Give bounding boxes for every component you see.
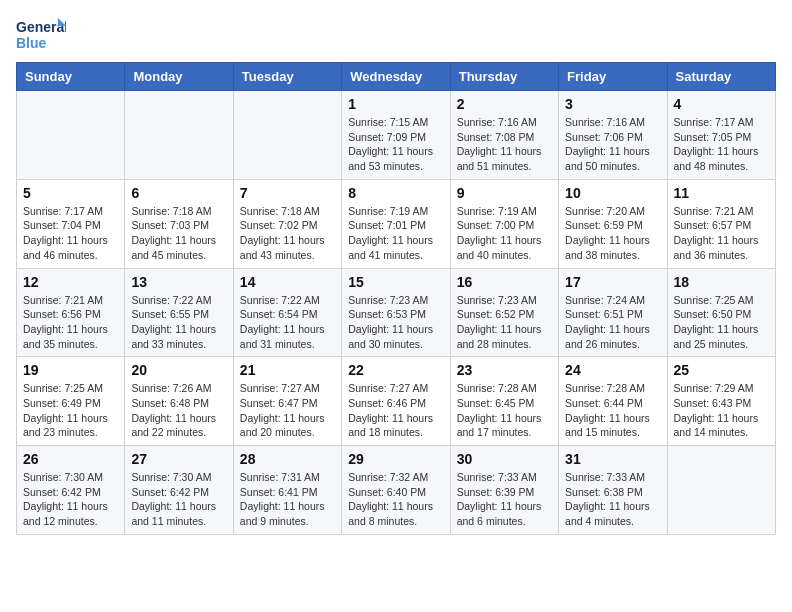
day-info: Sunrise: 7:21 AM Sunset: 6:57 PM Dayligh… [674, 204, 769, 263]
column-header-tuesday: Tuesday [233, 63, 341, 91]
day-number: 11 [674, 185, 769, 201]
day-info: Sunrise: 7:21 AM Sunset: 6:56 PM Dayligh… [23, 293, 118, 352]
calendar-cell: 29Sunrise: 7:32 AM Sunset: 6:40 PM Dayli… [342, 446, 450, 535]
column-header-wednesday: Wednesday [342, 63, 450, 91]
column-header-saturday: Saturday [667, 63, 775, 91]
calendar-cell: 19Sunrise: 7:25 AM Sunset: 6:49 PM Dayli… [17, 357, 125, 446]
day-number: 15 [348, 274, 443, 290]
day-number: 27 [131, 451, 226, 467]
calendar-cell: 13Sunrise: 7:22 AM Sunset: 6:55 PM Dayli… [125, 268, 233, 357]
day-number: 8 [348, 185, 443, 201]
day-info: Sunrise: 7:28 AM Sunset: 6:45 PM Dayligh… [457, 381, 552, 440]
calendar-cell: 25Sunrise: 7:29 AM Sunset: 6:43 PM Dayli… [667, 357, 775, 446]
calendar-cell [667, 446, 775, 535]
day-info: Sunrise: 7:26 AM Sunset: 6:48 PM Dayligh… [131, 381, 226, 440]
day-number: 30 [457, 451, 552, 467]
day-number: 3 [565, 96, 660, 112]
calendar-cell: 14Sunrise: 7:22 AM Sunset: 6:54 PM Dayli… [233, 268, 341, 357]
day-info: Sunrise: 7:30 AM Sunset: 6:42 PM Dayligh… [23, 470, 118, 529]
logo: General Blue [16, 16, 66, 52]
day-number: 4 [674, 96, 769, 112]
day-number: 26 [23, 451, 118, 467]
day-number: 5 [23, 185, 118, 201]
day-number: 29 [348, 451, 443, 467]
day-number: 16 [457, 274, 552, 290]
day-info: Sunrise: 7:19 AM Sunset: 7:01 PM Dayligh… [348, 204, 443, 263]
day-info: Sunrise: 7:22 AM Sunset: 6:55 PM Dayligh… [131, 293, 226, 352]
column-header-friday: Friday [559, 63, 667, 91]
calendar-cell: 16Sunrise: 7:23 AM Sunset: 6:52 PM Dayli… [450, 268, 558, 357]
day-number: 18 [674, 274, 769, 290]
day-number: 23 [457, 362, 552, 378]
day-info: Sunrise: 7:19 AM Sunset: 7:00 PM Dayligh… [457, 204, 552, 263]
calendar-header-row: SundayMondayTuesdayWednesdayThursdayFrid… [17, 63, 776, 91]
calendar-cell: 1Sunrise: 7:15 AM Sunset: 7:09 PM Daylig… [342, 91, 450, 180]
day-info: Sunrise: 7:29 AM Sunset: 6:43 PM Dayligh… [674, 381, 769, 440]
calendar-cell: 27Sunrise: 7:30 AM Sunset: 6:42 PM Dayli… [125, 446, 233, 535]
column-header-sunday: Sunday [17, 63, 125, 91]
day-number: 1 [348, 96, 443, 112]
day-info: Sunrise: 7:25 AM Sunset: 6:50 PM Dayligh… [674, 293, 769, 352]
calendar-cell: 9Sunrise: 7:19 AM Sunset: 7:00 PM Daylig… [450, 179, 558, 268]
day-info: Sunrise: 7:30 AM Sunset: 6:42 PM Dayligh… [131, 470, 226, 529]
day-number: 19 [23, 362, 118, 378]
day-number: 10 [565, 185, 660, 201]
calendar-cell [17, 91, 125, 180]
day-info: Sunrise: 7:27 AM Sunset: 6:47 PM Dayligh… [240, 381, 335, 440]
day-number: 22 [348, 362, 443, 378]
day-number: 28 [240, 451, 335, 467]
calendar-cell [125, 91, 233, 180]
column-header-monday: Monday [125, 63, 233, 91]
day-info: Sunrise: 7:15 AM Sunset: 7:09 PM Dayligh… [348, 115, 443, 174]
calendar-cell: 30Sunrise: 7:33 AM Sunset: 6:39 PM Dayli… [450, 446, 558, 535]
day-number: 24 [565, 362, 660, 378]
day-info: Sunrise: 7:17 AM Sunset: 7:04 PM Dayligh… [23, 204, 118, 263]
day-info: Sunrise: 7:25 AM Sunset: 6:49 PM Dayligh… [23, 381, 118, 440]
calendar-cell: 23Sunrise: 7:28 AM Sunset: 6:45 PM Dayli… [450, 357, 558, 446]
calendar-cell: 15Sunrise: 7:23 AM Sunset: 6:53 PM Dayli… [342, 268, 450, 357]
calendar-cell: 22Sunrise: 7:27 AM Sunset: 6:46 PM Dayli… [342, 357, 450, 446]
calendar-cell: 10Sunrise: 7:20 AM Sunset: 6:59 PM Dayli… [559, 179, 667, 268]
day-info: Sunrise: 7:32 AM Sunset: 6:40 PM Dayligh… [348, 470, 443, 529]
calendar-cell: 7Sunrise: 7:18 AM Sunset: 7:02 PM Daylig… [233, 179, 341, 268]
day-info: Sunrise: 7:17 AM Sunset: 7:05 PM Dayligh… [674, 115, 769, 174]
calendar-cell: 4Sunrise: 7:17 AM Sunset: 7:05 PM Daylig… [667, 91, 775, 180]
day-number: 9 [457, 185, 552, 201]
calendar-week-row: 12Sunrise: 7:21 AM Sunset: 6:56 PM Dayli… [17, 268, 776, 357]
calendar-cell: 21Sunrise: 7:27 AM Sunset: 6:47 PM Dayli… [233, 357, 341, 446]
day-number: 17 [565, 274, 660, 290]
day-info: Sunrise: 7:27 AM Sunset: 6:46 PM Dayligh… [348, 381, 443, 440]
day-info: Sunrise: 7:23 AM Sunset: 6:52 PM Dayligh… [457, 293, 552, 352]
day-number: 20 [131, 362, 226, 378]
day-number: 6 [131, 185, 226, 201]
calendar-cell: 8Sunrise: 7:19 AM Sunset: 7:01 PM Daylig… [342, 179, 450, 268]
calendar-cell: 28Sunrise: 7:31 AM Sunset: 6:41 PM Dayli… [233, 446, 341, 535]
calendar-cell: 24Sunrise: 7:28 AM Sunset: 6:44 PM Dayli… [559, 357, 667, 446]
calendar-cell [233, 91, 341, 180]
day-info: Sunrise: 7:33 AM Sunset: 6:38 PM Dayligh… [565, 470, 660, 529]
day-info: Sunrise: 7:28 AM Sunset: 6:44 PM Dayligh… [565, 381, 660, 440]
svg-text:Blue: Blue [16, 35, 47, 51]
day-info: Sunrise: 7:18 AM Sunset: 7:02 PM Dayligh… [240, 204, 335, 263]
day-number: 31 [565, 451, 660, 467]
calendar-week-row: 5Sunrise: 7:17 AM Sunset: 7:04 PM Daylig… [17, 179, 776, 268]
day-info: Sunrise: 7:22 AM Sunset: 6:54 PM Dayligh… [240, 293, 335, 352]
calendar-cell: 17Sunrise: 7:24 AM Sunset: 6:51 PM Dayli… [559, 268, 667, 357]
day-info: Sunrise: 7:31 AM Sunset: 6:41 PM Dayligh… [240, 470, 335, 529]
calendar-cell: 11Sunrise: 7:21 AM Sunset: 6:57 PM Dayli… [667, 179, 775, 268]
day-number: 2 [457, 96, 552, 112]
calendar-week-row: 26Sunrise: 7:30 AM Sunset: 6:42 PM Dayli… [17, 446, 776, 535]
calendar-cell: 18Sunrise: 7:25 AM Sunset: 6:50 PM Dayli… [667, 268, 775, 357]
calendar-cell: 31Sunrise: 7:33 AM Sunset: 6:38 PM Dayli… [559, 446, 667, 535]
column-header-thursday: Thursday [450, 63, 558, 91]
day-number: 21 [240, 362, 335, 378]
day-info: Sunrise: 7:16 AM Sunset: 7:06 PM Dayligh… [565, 115, 660, 174]
calendar-week-row: 19Sunrise: 7:25 AM Sunset: 6:49 PM Dayli… [17, 357, 776, 446]
day-info: Sunrise: 7:24 AM Sunset: 6:51 PM Dayligh… [565, 293, 660, 352]
calendar-cell: 3Sunrise: 7:16 AM Sunset: 7:06 PM Daylig… [559, 91, 667, 180]
day-number: 7 [240, 185, 335, 201]
day-number: 13 [131, 274, 226, 290]
day-info: Sunrise: 7:16 AM Sunset: 7:08 PM Dayligh… [457, 115, 552, 174]
calendar-cell: 2Sunrise: 7:16 AM Sunset: 7:08 PM Daylig… [450, 91, 558, 180]
day-number: 25 [674, 362, 769, 378]
